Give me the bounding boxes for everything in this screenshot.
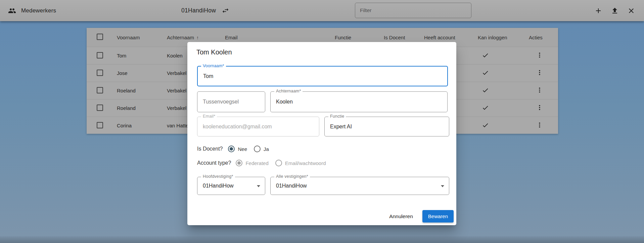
top-toolbar: Medewerkers 01HandiHow	[0, 0, 644, 21]
edit-employee-dialog: Tom Koolen Voornaam* Tom Tussenvoegsel A…	[187, 42, 456, 225]
radio-ja-label[interactable]: Ja	[264, 146, 269, 152]
radio-nee-label[interactable]: Nee	[238, 146, 247, 152]
more-options-icon[interactable]	[536, 104, 543, 111]
header-achternaam[interactable]: Achternaam↑	[167, 35, 225, 40]
cell-select	[87, 87, 117, 94]
filter-field[interactable]	[355, 3, 471, 18]
cell-select	[87, 122, 117, 129]
account-type-group: Account type? Federated Email/wachtwoord	[197, 158, 326, 168]
tussenvoegsel-field[interactable]: Tussenvoegsel	[197, 91, 265, 112]
cell-kan-inloggen	[478, 87, 529, 95]
page-title: Medewerkers	[21, 7, 56, 14]
is-docent-label: Is Docent?	[197, 146, 223, 152]
header-kan-inloggen[interactable]: Kan inloggen	[478, 35, 529, 40]
header-email[interactable]: Email	[225, 35, 335, 40]
functie-value: Expert AI	[330, 124, 352, 130]
hoofdvestiging-label: Hoofdvestiging*	[201, 174, 235, 179]
check-icon	[482, 69, 489, 76]
cell-kan-inloggen	[478, 69, 529, 77]
cell-acties	[529, 122, 558, 129]
header-select-all	[87, 34, 117, 41]
cell-select	[87, 52, 117, 59]
tussenvoegsel-placeholder: Tussenvoegsel	[203, 99, 239, 105]
cell-kan-inloggen	[478, 104, 529, 112]
functie-label: Functie	[328, 114, 346, 119]
chevron-down-icon	[257, 185, 260, 187]
header-heeft-account[interactable]: Heeft account	[424, 35, 478, 40]
dialog-title: Tom Koolen	[196, 48, 232, 56]
check-icon	[482, 122, 489, 129]
radio-ja[interactable]	[254, 146, 261, 152]
email-label: Email*	[201, 114, 217, 119]
row-checkbox[interactable]	[97, 70, 103, 76]
achternaam-value: Koolen	[276, 99, 293, 105]
header-voornaam[interactable]: Voornaam	[117, 35, 167, 40]
cell-acties	[529, 69, 558, 77]
row-checkbox[interactable]	[97, 122, 103, 128]
save-button[interactable]: Bewaren	[422, 210, 454, 222]
cell-voornaam: Jose	[117, 70, 167, 76]
cell-select	[87, 70, 117, 77]
row-checkbox[interactable]	[97, 52, 103, 58]
more-options-icon[interactable]	[536, 87, 543, 93]
add-button[interactable]	[594, 7, 602, 15]
cell-acties	[529, 87, 558, 94]
check-icon	[482, 87, 489, 94]
alle-vestigingen-value: 01HandiHow	[276, 183, 307, 189]
radio-email-wachtwoord	[275, 160, 282, 166]
cell-voornaam: Tom	[117, 53, 167, 58]
swap-horizontal-icon[interactable]	[222, 7, 229, 14]
hoofdvestiging-select[interactable]: Hoofdvestiging* 01HandiHow	[197, 177, 265, 195]
alle-vestigingen-label: Alle vestigingen*	[274, 174, 310, 179]
upload-button[interactable]	[611, 7, 619, 15]
radio-federated	[236, 160, 242, 166]
radio-nee[interactable]	[228, 146, 235, 152]
voornaam-field[interactable]: Voornaam* Tom	[197, 66, 448, 86]
voornaam-value: Tom	[203, 73, 213, 79]
achternaam-label: Achternaam*	[274, 89, 303, 93]
toolbar-actions	[594, 0, 635, 21]
more-options-icon[interactable]	[536, 69, 543, 76]
voornaam-label: Voornaam*	[201, 64, 226, 68]
dialog-actions: Annuleren Bewaren	[386, 210, 454, 222]
check-icon	[482, 52, 489, 59]
functie-field[interactable]: Functie Expert AI	[324, 117, 449, 136]
alle-vestigingen-select[interactable]: Alle vestigingen* 01HandiHow	[270, 177, 449, 195]
hoofdvestiging-value: 01HandiHow	[203, 183, 234, 189]
cell-voornaam: Corina	[117, 123, 167, 128]
cell-kan-inloggen	[478, 122, 529, 130]
window-bottom-edge	[0, 236, 644, 243]
cell-acties	[529, 104, 558, 112]
more-options-icon[interactable]	[536, 52, 543, 58]
email-field: Email* kooleneducation@gmail.com	[197, 117, 319, 136]
account-type-label: Account type?	[197, 160, 231, 166]
is-docent-group: Is Docent? Nee Ja	[197, 144, 269, 154]
achternaam-field[interactable]: Achternaam* Koolen	[270, 91, 448, 112]
radio-federated-label: Federated	[245, 160, 268, 166]
cell-voornaam: Roeland	[117, 105, 167, 111]
cell-select	[87, 105, 117, 112]
cancel-button[interactable]: Annuleren	[386, 211, 416, 222]
row-checkbox[interactable]	[97, 87, 103, 93]
header-acties: Acties	[529, 35, 558, 40]
sort-ascending-icon: ↑	[196, 35, 199, 40]
chevron-down-icon	[441, 185, 444, 187]
cell-acties	[529, 52, 558, 59]
filter-input[interactable]	[355, 3, 471, 18]
radio-email-wachtwoord-label: Email/wachtwoord	[285, 160, 326, 166]
people-icon	[8, 7, 16, 15]
close-button[interactable]	[627, 7, 635, 15]
organization-switcher: 01HandiHow	[181, 0, 229, 21]
cell-kan-inloggen	[478, 52, 529, 60]
header-functie[interactable]: Functie	[335, 35, 384, 40]
email-value: kooleneducation@gmail.com	[203, 124, 272, 130]
more-options-icon[interactable]	[536, 122, 543, 128]
header-is-docent[interactable]: Is Docent	[384, 35, 424, 40]
cell-voornaam: Roeland	[117, 88, 167, 93]
toolbar-left: Medewerkers	[8, 0, 56, 21]
check-icon	[482, 104, 489, 111]
organization-name: 01HandiHow	[181, 7, 216, 14]
row-checkbox[interactable]	[97, 105, 103, 111]
select-all-checkbox[interactable]	[97, 34, 103, 40]
